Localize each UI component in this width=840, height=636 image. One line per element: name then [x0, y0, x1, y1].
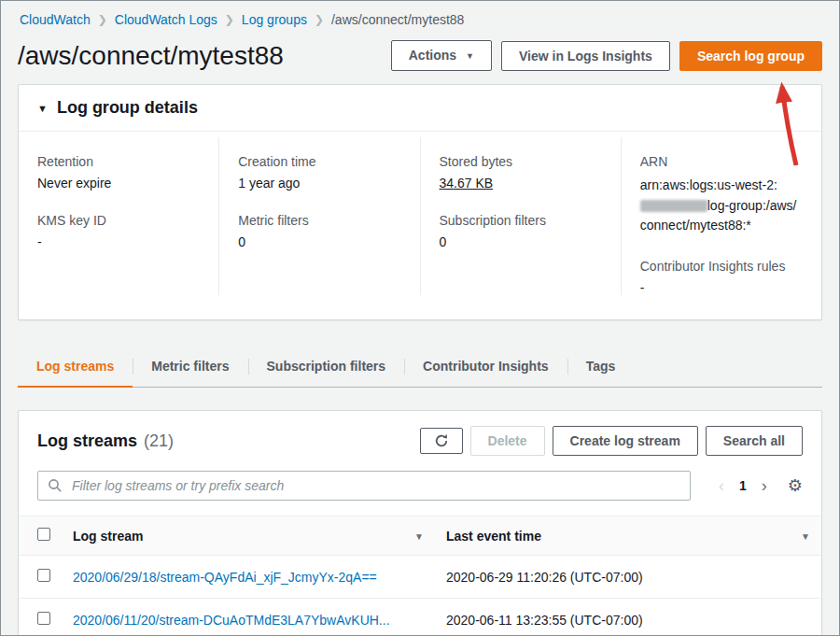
field-label: Contributor Insights rules — [640, 259, 803, 274]
search-all-button[interactable]: Search all — [706, 426, 803, 456]
log-streams-actions: Delete Create log stream Search all — [420, 426, 803, 456]
table-row: 2020/06/11/20/stream-DCuAoTMdE3LA7YbwAvK… — [19, 599, 821, 636]
previous-page-icon[interactable]: ‹ — [719, 477, 724, 494]
gear-icon[interactable]: ⚙ — [788, 475, 803, 496]
field-value: 1 year ago — [238, 176, 400, 191]
select-all-checkbox[interactable] — [37, 528, 50, 541]
field-label: Creation time — [238, 154, 400, 169]
breadcrumb-separator-icon: ❯ — [225, 13, 234, 26]
arn-prefix: arn:aws:logs:us-west-2: — [640, 177, 777, 192]
tab-subscription-filters[interactable]: Subscription filters — [248, 346, 405, 387]
pagination: ‹ 1 › ⚙ — [704, 475, 803, 496]
log-group-details-title: Log group details — [57, 98, 198, 118]
details-column-4: ARN arn:aws:logs:us-west-2:log-group:/aw… — [621, 137, 821, 295]
stored-bytes-field: Stored bytes 34.67 KB — [440, 154, 602, 191]
kms-key-field: KMS key ID - — [37, 213, 200, 249]
cloudwatch-log-group-page: CloudWatch ❯ CloudWatch Logs ❯ Log group… — [0, 0, 840, 636]
refresh-icon — [434, 433, 449, 448]
view-in-logs-insights-button[interactable]: View in Logs Insights — [501, 41, 670, 71]
field-label: Retention — [37, 154, 200, 169]
last-event-time: 2020-06-11 13:23:55 (UTC-07:00) — [435, 599, 821, 636]
page-title: /aws/connect/mytest88 — [18, 41, 284, 71]
actions-button[interactable]: Actions▼ — [391, 40, 492, 71]
row-checkbox[interactable] — [37, 569, 50, 582]
log-group-details-header[interactable]: ▼ Log group details — [19, 85, 821, 132]
table-header-row: Log stream ▼ Last event time ▼ — [19, 516, 821, 556]
field-label: KMS key ID — [37, 213, 200, 228]
search-icon — [48, 478, 63, 493]
breadcrumb-log-groups[interactable]: Log groups — [242, 12, 307, 27]
log-group-details-card: ▼ Log group details Retention Never expi… — [18, 84, 822, 320]
tab-contributor-insights[interactable]: Contributor Insights — [404, 346, 567, 387]
field-value: 0 — [440, 234, 602, 249]
page-header: /aws/connect/mytest88 Actions▼ View in L… — [1, 31, 839, 84]
log-streams-count: (21) — [144, 431, 174, 451]
create-log-stream-button[interactable]: Create log stream — [553, 426, 698, 456]
contributor-insights-field: Contributor Insights rules - — [640, 259, 803, 295]
field-label: Subscription filters — [440, 213, 602, 228]
metric-filters-field: Metric filters 0 — [238, 213, 400, 249]
refresh-button[interactable] — [420, 428, 463, 454]
field-value: Never expire — [37, 176, 200, 191]
redacted-account-id — [640, 200, 707, 212]
details-column-2: Creation time 1 year ago Metric filters … — [218, 137, 419, 295]
log-streams-header: Log streams (21) Delete Create log strea… — [19, 411, 821, 469]
field-label: Metric filters — [238, 213, 400, 228]
breadcrumb-cloudwatch-logs[interactable]: CloudWatch Logs — [115, 12, 217, 27]
sort-icon[interactable]: ▼ — [414, 531, 424, 542]
table-row: 2020/06/29/18/stream-QAyFdAi_xjF_JcmyYx-… — [19, 556, 821, 599]
sort-icon[interactable]: ▼ — [801, 531, 810, 542]
log-streams-title: Log streams — [37, 431, 137, 451]
chevron-down-icon: ▼ — [466, 51, 474, 61]
tab-bar: Log streams Metric filters Subscription … — [18, 346, 822, 388]
details-grid: Retention Never expire KMS key ID - Crea… — [19, 132, 821, 319]
subscription-filters-field: Subscription filters 0 — [440, 213, 602, 249]
log-streams-card: Log streams (21) Delete Create log strea… — [18, 410, 822, 636]
field-value: - — [37, 234, 200, 249]
creation-time-field: Creation time 1 year ago — [238, 154, 400, 191]
field-label: Stored bytes — [440, 154, 602, 169]
row-checkbox[interactable] — [37, 612, 50, 625]
details-column-3: Stored bytes 34.67 KB Subscription filte… — [420, 137, 621, 295]
last-event-time: 2020-06-29 11:20:26 (UTC-07:00) — [435, 556, 821, 599]
column-header-log-stream: Log stream — [73, 529, 143, 544]
breadcrumb: CloudWatch ❯ CloudWatch Logs ❯ Log group… — [1, 1, 839, 31]
breadcrumb-separator-icon: ❯ — [315, 13, 324, 26]
arn-value: arn:aws:logs:us-west-2:log-group:/aws/co… — [640, 176, 803, 236]
breadcrumb-separator-icon: ❯ — [98, 13, 107, 26]
field-value: 0 — [238, 234, 400, 249]
breadcrumb-cloudwatch[interactable]: CloudWatch — [20, 12, 91, 27]
retention-field: Retention Never expire — [37, 154, 200, 191]
tab-tags[interactable]: Tags — [567, 346, 635, 387]
search-log-group-button[interactable]: Search log group — [679, 41, 822, 71]
search-box — [37, 471, 691, 501]
log-streams-table: Log stream ▼ Last event time ▼ 2020/06/2… — [19, 516, 821, 636]
log-stream-link[interactable]: 2020/06/29/18/stream-QAyFdAi_xjF_JcmyYx-… — [73, 570, 377, 585]
page-number[interactable]: 1 — [739, 478, 747, 493]
header-buttons: Actions▼ View in Logs Insights Search lo… — [391, 40, 822, 71]
next-page-icon[interactable]: › — [762, 477, 767, 494]
tab-metric-filters[interactable]: Metric filters — [133, 346, 247, 387]
delete-button[interactable]: Delete — [470, 426, 545, 456]
field-value: - — [640, 280, 803, 295]
field-label: ARN — [640, 154, 803, 169]
tab-log-streams[interactable]: Log streams — [18, 346, 133, 388]
column-header-last-event-time: Last event time — [446, 529, 541, 544]
collapse-arrow-icon[interactable]: ▼ — [37, 103, 48, 114]
filter-log-streams-input[interactable] — [37, 471, 691, 501]
breadcrumb-current: /aws/connect/mytest88 — [331, 12, 464, 27]
log-stream-link[interactable]: 2020/06/11/20/stream-DCuAoTMdE3LA7YbwAvK… — [73, 613, 390, 628]
details-column-1: Retention Never expire KMS key ID - — [19, 137, 218, 295]
stored-bytes-value[interactable]: 34.67 KB — [440, 176, 494, 191]
arn-field: ARN arn:aws:logs:us-west-2:log-group:/aw… — [640, 154, 803, 236]
filter-row: ‹ 1 › ⚙ — [19, 469, 821, 516]
